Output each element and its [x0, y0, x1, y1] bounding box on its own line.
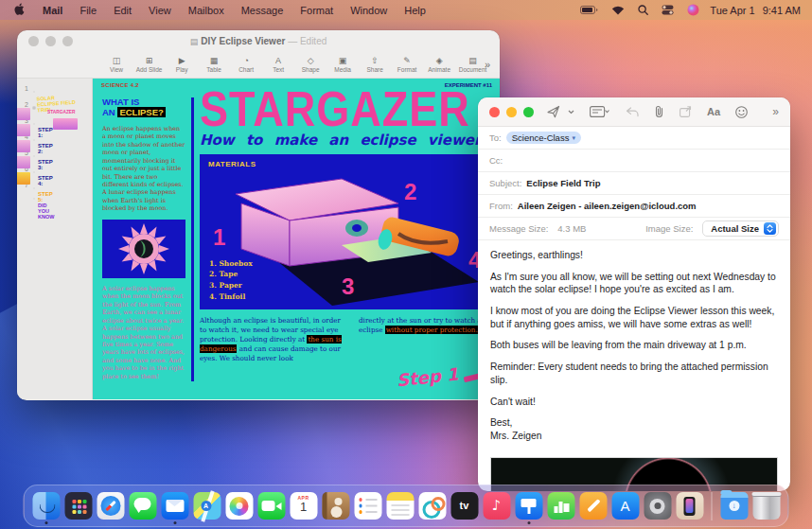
body-paragraph: Greetings, earthlings! [490, 249, 778, 262]
cc-field[interactable]: Cc: [478, 150, 790, 172]
send-icon[interactable] [547, 105, 560, 118]
dock-freeform-icon[interactable] [418, 492, 446, 520]
toolbar-button-icon: ◇ [308, 56, 314, 65]
keynote-window: ▤DIY Eclipse Viewer — Edited ◫ View ⊞ Ad… [17, 30, 500, 400]
toolbar-more-button[interactable]: » [772, 105, 779, 118]
battery-icon[interactable] [580, 6, 598, 14]
toolbar-button-icon: ▦ [210, 56, 219, 65]
dock-reminders-icon[interactable] [354, 492, 381, 520]
apple-menu-icon[interactable] [13, 3, 25, 17]
dock-tv-icon[interactable] [450, 492, 478, 520]
image-size-popup[interactable]: Actual Size [702, 220, 779, 237]
zoom-icon[interactable] [523, 107, 534, 117]
dock-app-store-icon[interactable] [611, 492, 639, 520]
keynote-toolbar: ◫ View ⊞ Add Slide ▶ Play ▦ Table [17, 52, 500, 79]
toolbar-button-label: Animate [428, 66, 450, 73]
reply-icon[interactable] [626, 107, 639, 117]
dock-system-settings-icon[interactable] [644, 492, 671, 520]
running-indicator [44, 521, 47, 524]
to-field[interactable]: To: Science-Class ▾ [478, 127, 790, 150]
from-field[interactable]: From: Aileen Zeigen - aileen.zeigen@iclo… [478, 195, 790, 218]
body-paragraph: Both buses will be leaving from the main… [490, 339, 778, 352]
menu-item-format[interactable]: Format [291, 5, 342, 16]
keynote-toolbar-button[interactable]: A Text [262, 56, 294, 73]
eclipse-highlight: ECLIPSE? [117, 107, 165, 117]
recipient-token[interactable]: Science-Class ▾ [506, 132, 581, 144]
menu-item-window[interactable]: Window [342, 5, 396, 16]
keynote-toolbar-button[interactable]: ◈ Animate [423, 56, 455, 73]
menu-item-edit[interactable]: Edit [105, 5, 140, 16]
slide-main-column: STARGAZER How to make an eclipse viewer!… [200, 84, 500, 363]
keynote-toolbar-button[interactable]: ▣ Media [327, 56, 359, 73]
dock-iphone-mirroring-icon[interactable] [676, 492, 703, 520]
step-1-annotation: Step 1 [397, 367, 483, 387]
insert-link-icon[interactable] [680, 106, 692, 117]
keynote-toolbar-button[interactable]: ✎ Format [391, 56, 423, 73]
header-fields-icon[interactable] [590, 106, 610, 117]
close-icon[interactable] [489, 107, 500, 117]
body-paragraph: Can't wait! [490, 396, 778, 409]
dock-numbers-icon[interactable] [547, 492, 574, 520]
format-text-button[interactable]: Aa [707, 106, 720, 117]
toolbar-button-icon: ✎ [403, 56, 411, 65]
dock-messages-icon[interactable] [129, 492, 156, 520]
toolbar-button-icon: ▶ [179, 56, 185, 65]
dock-facetime-icon[interactable] [257, 492, 285, 520]
dock-calendar-icon[interactable]: APR1 [290, 492, 317, 520]
keynote-toolbar-button[interactable]: ⇧ Share [359, 56, 391, 73]
menu-bar-clock[interactable]: Tue Apr 1 9:41 AM [710, 5, 801, 16]
dock-safari-icon[interactable] [97, 492, 124, 520]
control-center-icon[interactable] [662, 5, 674, 15]
size-row: Message Size:4.3 MB Image Size: Actual S… [478, 218, 790, 240]
toolbar-overflow-button[interactable]: » [485, 59, 490, 70]
message-body[interactable]: Greetings, earthlings!As I'm sure you al… [478, 240, 790, 455]
slide-course-label: SCIENCE 4.2 [101, 82, 139, 88]
dock-keynote-icon[interactable] [515, 492, 542, 520]
wifi-icon[interactable] [611, 6, 625, 15]
message-size-value: 4.3 MB [557, 223, 586, 234]
dock-photos-icon[interactable] [225, 492, 253, 520]
body-paragraph: Reminder: Every student needs to bring t… [490, 361, 778, 386]
dock-finder-icon[interactable] [32, 492, 60, 520]
menu-item-message[interactable]: Message [233, 5, 292, 16]
keynote-toolbar-button[interactable]: ⊞ Add Slide [132, 56, 166, 73]
dock-pages-icon[interactable] [579, 492, 607, 520]
body-paragraph: Best, Mrs. Zeigen [490, 416, 778, 442]
search-icon[interactable] [638, 5, 648, 15]
keynote-toolbar-button[interactable]: ▶ Play [166, 56, 198, 73]
keynote-toolbar-button[interactable]: ◔ Chart [230, 56, 262, 73]
slide-thumbnail-row: 7 STEP 5: [17, 181, 92, 190]
slide-canvas[interactable]: SCIENCE 4.2 EXPERIMENT #11 WHAT IS AN EC… [93, 79, 500, 399]
keynote-toolbar-button[interactable]: ◫ View [100, 56, 132, 73]
subject-value: Eclipse Field Trip [526, 178, 600, 188]
keynote-toolbar-button[interactable]: ◇ Shape [294, 56, 327, 73]
menu-item-mailbox[interactable]: Mailbox [180, 5, 233, 16]
attachment-icon[interactable] [654, 105, 664, 118]
dock-downloads-icon[interactable] [720, 492, 748, 520]
emoji-icon[interactable] [735, 106, 748, 118]
edited-label: — Edited [288, 36, 327, 46]
dock-trash-icon[interactable] [752, 492, 780, 520]
dock-mail-icon[interactable] [161, 492, 188, 520]
send-options-chevron-icon[interactable] [568, 110, 574, 115]
clock-date: Tue Apr 1 [710, 5, 754, 16]
subject-field[interactable]: Subject: Eclipse Field Trip [478, 172, 790, 195]
minimize-icon[interactable] [506, 107, 517, 117]
materials-box: MATERIALS [200, 154, 491, 309]
siri-icon[interactable] [687, 4, 699, 16]
keynote-toolbar-button[interactable]: ▦ Table [198, 56, 230, 73]
toolbar-button-label: Document [459, 66, 487, 73]
menu-item-view[interactable]: View [140, 5, 180, 16]
slide-thumbnail-row: 1 SOLAR ECLIPSE FIELD TRIP! [17, 84, 92, 94]
keynote-window-title: ▤DIY Eclipse Viewer — Edited [17, 36, 500, 46]
dock-notes-icon[interactable] [386, 492, 414, 520]
dock-contacts-icon[interactable] [322, 492, 349, 520]
dock-music-icon[interactable] [483, 492, 510, 520]
menu-item-help[interactable]: Help [396, 5, 434, 16]
dock-launchpad-icon[interactable] [64, 492, 92, 520]
dock-maps-icon[interactable] [193, 492, 221, 520]
mail-traffic-lights[interactable] [489, 107, 534, 117]
menu-item-file[interactable]: File [71, 5, 105, 16]
svg-text:3: 3 [342, 273, 354, 299]
menu-item-app[interactable]: Mail [34, 5, 71, 16]
